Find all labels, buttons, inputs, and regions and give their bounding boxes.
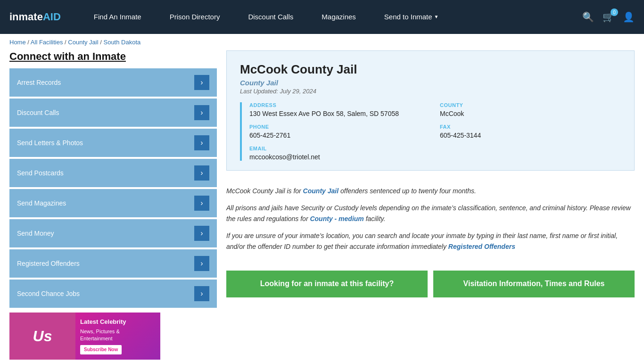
sidebar: Connect with an Inmate Arrest Records › … <box>9 50 217 360</box>
nav-prison-directory[interactable]: Prison Directory <box>156 0 234 34</box>
sidebar-discount-calls[interactable]: Discount Calls › <box>9 99 217 127</box>
chevron-icon: › <box>194 75 209 90</box>
breadcrumb-home[interactable]: Home <box>9 39 26 46</box>
site-header: inmateAID Find An Inmate Prison Director… <box>0 0 644 34</box>
main-nav: Find An Inmate Prison Directory Discount… <box>80 0 582 34</box>
chevron-icon: › <box>194 196 209 211</box>
desc-para1: McCook County Jail is for County Jail of… <box>226 186 635 196</box>
email-value: mccookcoso@triotel.net <box>249 153 430 161</box>
county-value: McCook <box>440 110 621 117</box>
county-jail-link[interactable]: County Jail <box>303 187 339 195</box>
main-content: Connect with an Inmate Arrest Records › … <box>0 50 644 362</box>
cart-badge: 0 <box>611 8 618 16</box>
registered-offenders-link[interactable]: Registered Offenders <box>448 243 515 250</box>
search-button[interactable]: 🔍 <box>582 11 594 23</box>
breadcrumb-all-facilities[interactable]: All Facilities <box>31 39 63 46</box>
breadcrumb: Home / All Facilities / County Jail / So… <box>0 34 644 50</box>
facility-updated: Last Updated: July 29, 2024 <box>240 88 621 95</box>
address-block: ADDRESS 130 West Essex Ave PO Box 58, Sa… <box>249 102 430 117</box>
ad-title-line3: Entertainment <box>80 335 126 342</box>
chevron-icon: › <box>194 256 209 271</box>
nav-find-inmate[interactable]: Find An Inmate <box>80 0 156 34</box>
phone-label: PHONE <box>249 124 430 130</box>
nav-discount-calls[interactable]: Discount Calls <box>234 0 307 34</box>
find-inmate-button[interactable]: Looking for an inmate at this facility? <box>226 271 428 297</box>
right-content: McCook County Jail County Jail Last Upda… <box>226 50 635 360</box>
email-label: EMAIL <box>249 146 430 151</box>
sidebar-second-chance-jobs[interactable]: Second Chance Jobs › <box>9 280 217 308</box>
desc-para2: All prisons and jails have Security or C… <box>226 203 635 224</box>
ad-text: Latest Celebrity News, Pictures & Entert… <box>75 313 131 360</box>
visitation-info-button[interactable]: Visitation Information, Times and Rules <box>433 271 635 297</box>
account-button[interactable]: 👤 <box>623 11 635 23</box>
header-icons: 🔍 🛒 0 👤 <box>582 11 635 23</box>
nav-send-to-inmate[interactable]: Send to Inmate ▼ <box>370 0 453 34</box>
sidebar-send-letters[interactable]: Send Letters & Photos › <box>9 129 217 157</box>
ad-cta-button[interactable]: Subscribe Now <box>80 345 122 354</box>
logo-text: inmateAID <box>9 11 61 23</box>
bottom-buttons: Looking for an inmate at this facility? … <box>226 271 635 297</box>
chevron-icon: › <box>194 165 209 181</box>
ad-title-line2: News, Pictures & <box>80 328 126 335</box>
fax-label: FAX <box>440 124 621 130</box>
chevron-icon: › <box>194 226 209 241</box>
breadcrumb-county-jail[interactable]: County Jail <box>68 39 98 46</box>
desc-para3: If you are unsure of your inmate’s locat… <box>226 230 635 252</box>
phone-block: PHONE 605-425-2761 <box>249 124 430 139</box>
ad-title-line1: Latest Celebrity <box>80 318 126 326</box>
chevron-icon: › <box>194 105 209 120</box>
fax-value: 605-425-3144 <box>440 132 621 139</box>
phone-value: 605-425-2761 <box>249 132 430 139</box>
dropdown-arrow-icon: ▼ <box>434 0 439 34</box>
address-value: 130 West Essex Ave PO Box 58, Salem, SD … <box>249 110 430 117</box>
sidebar-send-postcards[interactable]: Send Postcards › <box>9 159 217 187</box>
facility-info-grid: ADDRESS 130 West Essex Ave PO Box 58, Sa… <box>240 102 621 161</box>
fax-block: FAX 605-425-3144 <box>440 124 621 139</box>
sidebar-send-money[interactable]: Send Money › <box>9 219 217 247</box>
logo[interactable]: inmateAID <box>9 11 61 23</box>
nav-magazines[interactable]: Magazines <box>307 0 370 34</box>
breadcrumb-state[interactable]: South Dakota <box>103 39 140 46</box>
county-label: COUNTY <box>440 102 621 108</box>
address-label: ADDRESS <box>249 102 430 108</box>
cart-button[interactable]: 🛒 0 <box>603 11 614 23</box>
sidebar-ad[interactable]: Us Latest Celebrity News, Pictures & Ent… <box>9 313 160 360</box>
sidebar-send-magazines[interactable]: Send Magazines › <box>9 189 217 217</box>
email-block: EMAIL mccookcoso@triotel.net <box>249 146 430 161</box>
chevron-icon: › <box>194 286 209 301</box>
county-block: COUNTY McCook <box>440 102 621 117</box>
facility-card: McCook County Jail County Jail Last Upda… <box>226 50 635 171</box>
sidebar-registered-offenders[interactable]: Registered Offenders › <box>9 249 217 278</box>
facility-description: McCook County Jail is for County Jail of… <box>226 178 635 266</box>
chevron-icon: › <box>194 135 209 150</box>
facility-name: McCook County Jail <box>240 62 621 77</box>
county-medium-link[interactable]: County - medium <box>310 215 363 222</box>
facility-type: County Jail <box>240 79 621 87</box>
ad-logo: Us <box>9 313 75 360</box>
sidebar-arrest-records[interactable]: Arrest Records › <box>9 68 217 97</box>
sidebar-title: Connect with an Inmate <box>9 50 217 63</box>
